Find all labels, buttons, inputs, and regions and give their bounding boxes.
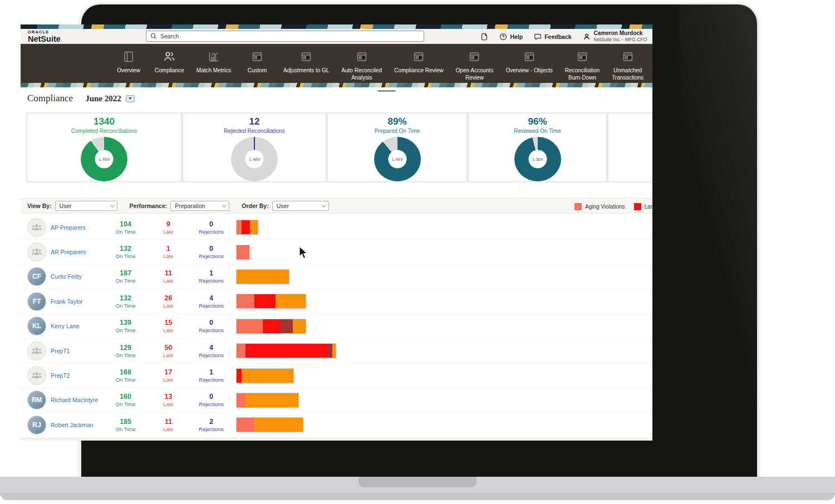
table-row: AR Preparers 132On Time 1Late 0Rejection…: [21, 240, 652, 264]
photo-avatar[interactable]: CF: [27, 267, 46, 286]
user-link[interactable]: Frank Taylor: [51, 298, 104, 305]
bar-segment-large: [245, 344, 328, 358]
feedback-icon: [534, 33, 542, 41]
tab-unmatched-transactions[interactable]: Unmatched Transactions: [612, 50, 644, 81]
top-bar: ORACLE NetSuite Help Feedback: [21, 29, 652, 44]
bar-segment-large: [254, 294, 276, 308]
group-avatar[interactable]: [27, 218, 46, 237]
kpi-value: 96%: [528, 116, 547, 127]
stacked-bar[interactable]: [236, 319, 306, 334]
photo-avatar[interactable]: RJ: [27, 416, 46, 434]
tab-match-metrics[interactable]: Match Metrics: [197, 50, 231, 75]
document-button[interactable]: [480, 33, 488, 41]
user-link[interactable]: Kerry Lane: [51, 323, 104, 329]
stat-late: 15Late: [147, 319, 190, 333]
stacked-bar[interactable]: [236, 220, 258, 235]
stat-on-time: 139On Time: [104, 319, 147, 333]
decorative-banner-top: [21, 24, 652, 29]
stat-rejections: 4Rejections: [190, 344, 233, 358]
stat-rejections: 2Rejections: [190, 418, 233, 432]
bar-segment-aging: [237, 344, 245, 358]
photo-avatar[interactable]: KL: [27, 317, 46, 335]
tabstrip-scroll-indicator[interactable]: [377, 90, 396, 92]
chevron-down-icon: [321, 202, 326, 207]
tab-overview[interactable]: Overview: [115, 50, 143, 75]
user-link[interactable]: PrepT2: [51, 372, 104, 379]
window-icon: [523, 50, 536, 63]
bar-segment-aging: [237, 418, 254, 432]
user-link[interactable]: Curtis Feitty: [51, 273, 104, 280]
bar-segment-large: [237, 369, 242, 383]
user-link[interactable]: AP Preparers: [51, 224, 104, 231]
stacked-bar[interactable]: [236, 269, 289, 284]
user-link[interactable]: Richard MacIntyre: [51, 397, 104, 403]
kpi-donut-center-value: 1,364: [528, 150, 547, 169]
bar-segment-large: [242, 220, 250, 234]
tab-compliance[interactable]: Compliance: [155, 50, 184, 75]
stacked-bar[interactable]: [236, 417, 303, 432]
stacked-bar[interactable]: [236, 368, 294, 383]
kpi-card[interactable]: 96% Reviewed On Time 1,364: [468, 113, 607, 182]
group-avatar[interactable]: [27, 342, 46, 360]
kpi-card[interactable]: 12 Rejected Reconciliations 1,489: [183, 113, 326, 182]
tab-reconciliation-burn-down[interactable]: Reconciliation Burn-Down: [565, 50, 600, 81]
filter-label: View By:: [27, 202, 52, 209]
stat-rejections: 0Rejections: [190, 393, 233, 407]
user-menu[interactable]: Cameron Murdock NetSuite Inc. - MFG CFO: [583, 30, 647, 42]
photo-avatar[interactable]: RM: [27, 391, 46, 409]
search-input[interactable]: [160, 33, 420, 39]
page-header: Compliance June 2022: [27, 93, 135, 104]
bar-segment-large: [263, 319, 280, 333]
kpi-card[interactable]: 1340 Completed Reconciliations 1,489: [27, 113, 181, 182]
top-actions: Help Feedback Cameron Murdock NetSuite I…: [480, 29, 647, 44]
nav-tab-label: Compliance: [155, 67, 184, 75]
stacked-bar[interactable]: [236, 294, 306, 309]
bar-segment-dark: [280, 319, 293, 333]
tab-custom[interactable]: Custom: [243, 50, 271, 75]
tab-auto-reconciled-analysis[interactable]: Auto Reconciled Analysis: [341, 50, 382, 81]
tab-open-accounts-review[interactable]: Open Accounts Review: [456, 50, 494, 81]
filter-select-order-by[interactable]: User: [272, 201, 329, 211]
stat-rejections: 4Rejections: [190, 294, 233, 309]
tab-adjustments-to-gl[interactable]: Adjustments to GL: [283, 50, 329, 75]
global-search[interactable]: [146, 31, 424, 42]
filter-select-view-by[interactable]: User: [55, 201, 117, 211]
period-dropdown-button[interactable]: [126, 95, 135, 102]
table-row: CF Curtis Feitty 187On Time 11Late 1Reje…: [21, 265, 652, 289]
user-link[interactable]: PrepT1: [51, 348, 104, 354]
nav-tab-label: Unmatched Transactions: [612, 67, 644, 81]
laptop-base: [0, 477, 835, 500]
nav-tab-label: Adjustments to GL: [283, 67, 329, 75]
feedback-label: Feedback: [544, 33, 571, 40]
tab-compliance-review[interactable]: Compliance Review: [394, 50, 443, 75]
legend-item: Aging Violations: [574, 203, 625, 210]
compliance-page: Compliance June 2022 1340 Completed Reco…: [21, 87, 652, 441]
window-icon: [412, 50, 425, 63]
user-icon: [583, 33, 591, 41]
user-link[interactable]: Robert Jackman: [51, 422, 104, 428]
filter-select-performance[interactable]: Preparation: [170, 201, 229, 211]
stacked-bar[interactable]: [236, 245, 250, 260]
dashboard-tab-bar: Overview Compliance Match Metrics Custom…: [21, 44, 652, 83]
user-performance-table: AP Preparers 104On Time 9Late 0Rejection…: [21, 215, 652, 438]
help-button[interactable]: Help: [499, 33, 523, 41]
group-avatar[interactable]: [27, 243, 46, 261]
photo-avatar[interactable]: FT: [27, 292, 46, 311]
chevron-down-icon: [222, 202, 226, 207]
logo-netsuite-text: NetSuite: [28, 35, 61, 43]
user-link[interactable]: AR Preparers: [51, 249, 104, 255]
group-avatar[interactable]: [27, 366, 46, 385]
feedback-button[interactable]: Feedback: [534, 33, 571, 41]
nav-tab-label: Open Accounts Review: [456, 67, 494, 81]
stat-on-time: 168On Time: [104, 368, 147, 383]
chevron-down-icon: [110, 202, 114, 207]
kpi-card[interactable]: 89% Prepared On Time 1,489: [327, 113, 467, 182]
stat-on-time: 185On Time: [104, 418, 147, 432]
stacked-bar[interactable]: [236, 393, 299, 408]
bar-segment-aging: [237, 245, 249, 259]
tab-overview-objects[interactable]: Overview - Objects: [505, 50, 552, 75]
bar-segment-orange: [332, 344, 336, 358]
bar-segment-aging: [237, 294, 254, 308]
stacked-bar[interactable]: [236, 343, 336, 358]
kpi-value: 12: [249, 116, 260, 127]
